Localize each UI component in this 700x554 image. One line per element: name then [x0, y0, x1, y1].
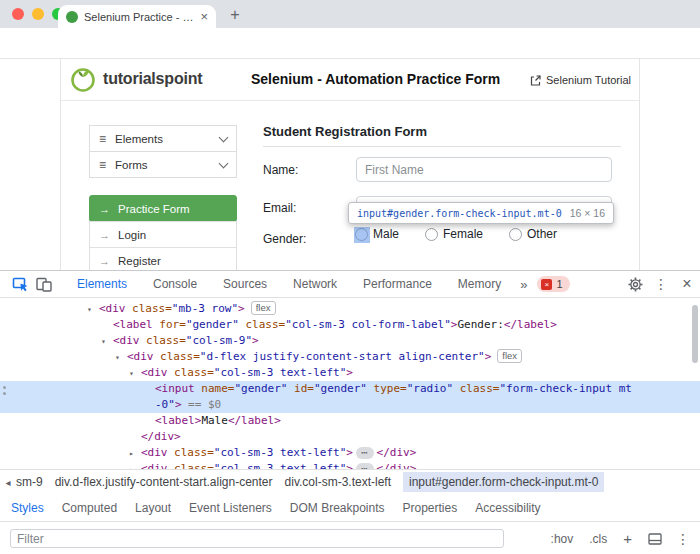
- code-token: class=: [154, 350, 200, 363]
- gender-radio-male[interactable]: [355, 228, 368, 241]
- sidebar-tab-layout[interactable]: Layout: [126, 501, 180, 515]
- tree-collapse-icon[interactable]: ▾: [101, 334, 106, 350]
- dom-tree-node[interactable]: <label>Male</label>: [0, 413, 700, 429]
- tree-collapse-icon[interactable]: ▾: [115, 350, 120, 366]
- sidebar-item-practice-form[interactable]: →Practice Form: [89, 195, 237, 222]
- code-token: type=: [367, 382, 407, 395]
- code-token: "col-sm-3 text-left": [214, 446, 346, 459]
- flex-badge[interactable]: flex: [251, 301, 276, 315]
- dom-tree-node[interactable]: ▸<div class="col-sm-3 text-left">⋯</div>: [0, 461, 700, 469]
- inspect-tooltip-size: 16 × 16: [570, 207, 605, 219]
- code-token: class=: [239, 318, 285, 331]
- first-name-input[interactable]: [356, 157, 612, 182]
- breadcrumb-scroll-left-icon[interactable]: ◂: [0, 477, 16, 488]
- devtools-tab-memory[interactable]: Memory: [445, 271, 514, 297]
- issues-badge[interactable]: × 1: [537, 276, 569, 292]
- sidebar-nav-list: →Practice Form→Login→Register: [89, 195, 237, 270]
- code-token: class=: [168, 366, 214, 379]
- devtools-tab-bar: ElementsConsoleSourcesNetworkPerformance…: [0, 271, 700, 298]
- tree-expand-icon[interactable]: ▸: [129, 462, 134, 469]
- sidebar-section-elements[interactable]: ≡Elements: [89, 125, 237, 152]
- dom-tree-node[interactable]: <input name="gender" id="gender" type="r…: [0, 381, 700, 413]
- sidebar-tab-accessibility[interactable]: Accessibility: [466, 501, 549, 515]
- dom-tree-node[interactable]: ▾<div class="col-sm-3 text-left">: [0, 365, 700, 381]
- sidebar-tab-computed[interactable]: Computed: [53, 501, 126, 515]
- sidebar-item-label: Register: [118, 255, 161, 267]
- arrow-right-icon: →: [99, 229, 110, 241]
- browser-tab[interactable]: Selenium Practice - Student ×: [58, 5, 216, 28]
- sidebar-tab-styles[interactable]: Styles: [2, 501, 53, 515]
- style-toggle--cls[interactable]: .cls: [589, 532, 607, 546]
- style-toggles: :hov.cls+: [551, 530, 632, 547]
- tree-collapse-icon[interactable]: ▾: [129, 366, 134, 382]
- breadcrumb-item[interactable]: div.d-flex.justify-content-start.align-c…: [55, 475, 273, 489]
- site-logo[interactable]: tutorialspoint: [69, 65, 202, 93]
- code-token: <div: [141, 462, 168, 469]
- devtools-tab-network[interactable]: Network: [280, 271, 350, 297]
- sidebar-section-forms[interactable]: ≡Forms: [89, 151, 237, 178]
- chevron-down-icon: [219, 159, 229, 169]
- style-toggle--[interactable]: +: [623, 530, 632, 547]
- dom-tree-node[interactable]: </div>: [0, 429, 700, 445]
- code-token: >: [346, 446, 353, 459]
- settings-gear-icon[interactable]: [622, 271, 648, 297]
- devtools-tabs: ElementsConsoleSourcesNetworkPerformance…: [64, 271, 514, 297]
- gender-option-other[interactable]: Other: [509, 227, 557, 241]
- devtools-tab-elements[interactable]: Elements: [64, 271, 140, 297]
- gender-option-female[interactable]: Female: [425, 227, 483, 241]
- layout-panel-icon[interactable]: [648, 533, 662, 545]
- gender-radio-female[interactable]: [425, 228, 438, 241]
- sidebar-item-register[interactable]: →Register: [89, 247, 237, 270]
- external-link-icon: [530, 75, 541, 86]
- devtools-menu-kebab-icon[interactable]: ⋮: [648, 271, 674, 297]
- code-token: "col-sm-3 col-form-label": [285, 318, 451, 331]
- sidebar-tab-properties[interactable]: Properties: [394, 501, 467, 515]
- breadcrumb-item[interactable]: sm-9: [16, 475, 43, 489]
- dom-tree-node[interactable]: ▾<div class="mb-3 row">flex: [0, 301, 700, 317]
- minimize-window-button[interactable]: [32, 8, 44, 20]
- tab-close-icon[interactable]: ×: [200, 10, 208, 23]
- close-window-button[interactable]: [12, 8, 24, 20]
- styles-menu-kebab-icon[interactable]: ⋮: [676, 532, 690, 546]
- dom-tree-node[interactable]: ▾<div class="d-flex justify-content-star…: [0, 349, 700, 365]
- devtools-close-icon[interactable]: ×: [674, 271, 700, 297]
- new-tab-button[interactable]: +: [224, 4, 246, 26]
- tree-collapse-icon[interactable]: ▾: [87, 302, 92, 318]
- styles-subtabs: StylesComputedLayoutEvent ListenersDOM B…: [0, 494, 700, 522]
- gender-label: Gender:: [263, 232, 306, 246]
- dom-tree-node[interactable]: ▸<div class="col-sm-3 text-left">⋯</div>: [0, 445, 700, 461]
- sidebar-tab-event-listeners[interactable]: Event Listeners: [180, 501, 281, 515]
- devtools-tab-sources[interactable]: Sources: [210, 271, 280, 297]
- code-token: <div: [99, 302, 126, 315]
- tree-expand-icon[interactable]: ▸: [129, 446, 134, 462]
- flex-badge[interactable]: flex: [497, 349, 522, 363]
- more-tabs-icon[interactable]: »: [514, 277, 533, 292]
- sidebar-item-login[interactable]: →Login: [89, 221, 237, 248]
- sidebar-tab-dom-breakpoints[interactable]: DOM Breakpoints: [281, 501, 394, 515]
- gender-option-male[interactable]: Male: [355, 227, 399, 241]
- code-token: "col-sm-3 text-left": [214, 462, 346, 469]
- style-toggle--hov[interactable]: :hov: [551, 532, 574, 546]
- code-token: >: [346, 462, 353, 469]
- styles-filter-input[interactable]: [10, 529, 504, 548]
- gender-radio-other[interactable]: [509, 228, 522, 241]
- devtools-scrollbar[interactable]: [692, 305, 698, 363]
- code-token: "gender": [314, 382, 367, 395]
- dom-tree-node[interactable]: <label for="gender" class="col-sm-3 col-…: [0, 317, 700, 333]
- devtools-tab-console[interactable]: Console: [140, 271, 210, 297]
- breadcrumb-item[interactable]: input#gender.form-check-input.mt-0: [403, 472, 604, 492]
- breadcrumb-item[interactable]: div.col-sm-3.text-left: [285, 475, 391, 489]
- expand-ellipsis-icon[interactable]: ⋯: [356, 447, 374, 459]
- tab-title: Selenium Practice - Student: [84, 11, 194, 23]
- dom-tree-node[interactable]: ▾<div class="col-sm-9">: [0, 333, 700, 349]
- code-token: name=: [195, 382, 235, 395]
- code-token: "gender": [186, 318, 239, 331]
- inspect-element-icon[interactable]: [8, 274, 32, 294]
- hamburger-icon: ≡: [99, 158, 106, 172]
- code-token: </label>: [228, 414, 281, 427]
- devtools-tab-performance[interactable]: Performance: [350, 271, 445, 297]
- device-toolbar-icon[interactable]: [32, 274, 56, 294]
- tab-strip: Selenium Practice - Student × +: [0, 0, 700, 28]
- styles-filter-bar: :hov.cls+ ⋮: [0, 522, 700, 554]
- selenium-tutorial-link[interactable]: Selenium Tutorial: [530, 74, 631, 86]
